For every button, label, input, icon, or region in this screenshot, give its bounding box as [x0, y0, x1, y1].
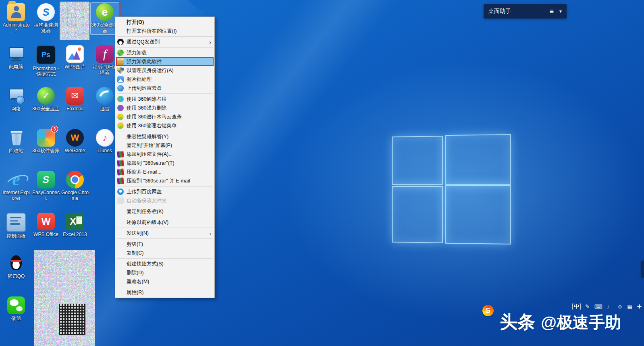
desktop-icon-easyconnect[interactable]: EasyConnect [31, 170, 60, 202]
icon-part [78, 48, 81, 51]
winrar-icon [117, 168, 124, 175]
desktop-icon-internet-explorer[interactable]: Internet Explorer [2, 170, 31, 202]
menu-item-restore-previous-versions[interactable]: 还原以前的版本(V) [116, 218, 214, 227]
menu-item-properties[interactable]: 属性(R) [116, 288, 214, 297]
desktop-icon-label: 控制面板 [2, 233, 31, 239]
menu-item-rename[interactable]: 重命名(M) [116, 277, 214, 286]
computer-icon [7, 45, 25, 63]
pinwheel-icon [117, 50, 124, 56]
desktop-icon-recycle-bin[interactable]: 回收站 [2, 128, 31, 155]
menu-item-label: 发送到(N) [127, 230, 149, 237]
sidebar-handle[interactable] [641, 261, 644, 278]
desktop-icon-360-software-manager[interactable]: 3 360软件管家 [31, 128, 60, 155]
keyboard-icon[interactable]: ⌨ [594, 303, 602, 310]
watermark-handle: @极速手助 [541, 311, 621, 334]
menu-item-360-force-delete[interactable]: 使用 360强力删除 [116, 104, 214, 112]
windows-logo-pane [392, 186, 443, 243]
menu-item-open-file-location[interactable]: 打开文件所在的位置(I) [116, 27, 214, 35]
xunlei-icon [96, 87, 114, 105]
desktop-icon-label: 搜狗高速浏览器 [31, 22, 60, 33]
desktop-icon-label: 腾讯QQ [2, 273, 31, 279]
desktop-icon-label: EasyConnect [31, 190, 60, 201]
plus-tools-icon[interactable]: ✚ [637, 303, 642, 310]
icon-part [11, 60, 21, 61]
windows-logo-pane [445, 134, 511, 185]
icon-placeholder [117, 208, 124, 215]
menu-separator [117, 36, 213, 37]
icon-part [71, 175, 79, 184]
desktop-icon-network[interactable]: 网络 [2, 86, 31, 113]
menu-item-upload-xunlei-cloud[interactable]: 上传到迅雷云盘 [116, 84, 214, 93]
user-folder-icon [7, 3, 25, 21]
menu-item-pin-to-start[interactable]: 固定到"开始"屏幕(P) [116, 141, 214, 150]
desktop-icon-wechat[interactable]: 微信 [2, 296, 31, 322]
menu-item-360-context-menu-manager[interactable]: 使用 360管理右键菜单 [116, 121, 214, 130]
emoji-icon[interactable]: ☺ [617, 303, 623, 310]
menu-item-360-unlock[interactable]: 使用 360解除占用 [116, 95, 214, 104]
desktop-icon-this-pc[interactable]: 此电脑 [2, 44, 31, 71]
desktop-icon-sogou-browser[interactable]: 搜狗高速浏览器 [31, 2, 60, 35]
menu-item-label: 以管理员身份运行(A) [127, 67, 174, 74]
skin-grid-icon[interactable]: ▦ [627, 303, 632, 310]
icon-placeholder [117, 219, 124, 226]
desktop-icon-label: 回收站 [2, 148, 31, 153]
sogou-logo-icon[interactable]: S [482, 305, 494, 316]
menu-item-send-via-qq[interactable]: 通过QQ发送到› [116, 37, 214, 46]
menu-item-copy[interactable]: 复制(C) [116, 249, 214, 257]
icon-part [10, 131, 23, 134]
desktop-icon-label: Photoshop - 快捷方式 [31, 66, 60, 77]
menu-item-compatibility-troubleshooter[interactable]: 兼容性疑难解答(Y) [116, 132, 214, 141]
pen-icon[interactable]: ✎ [585, 303, 590, 310]
menu-item-force-uninstall-this-software[interactable]: 强力卸载此软件 [116, 57, 214, 66]
menu-separator [117, 47, 213, 48]
menu-item-force-uninstall[interactable]: 强力卸载 [116, 48, 214, 57]
ime-toolbar: 中 ✎ ⌨ ♩ ☺ ▦ ✚ [572, 303, 642, 310]
desktop-icon-foxmail[interactable]: Foxmail [60, 86, 89, 113]
menu-item-label: 打开文件所在的位置(I) [127, 28, 177, 35]
menu-item-cut[interactable]: 剪切(T) [116, 240, 214, 249]
desktop-icon-tencent-qq[interactable]: 腾讯QQ [2, 254, 31, 280]
desktop-icon-360-safeguard[interactable]: 360安全卫士 [31, 86, 60, 113]
menu-item-compress-and-email[interactable]: 压缩并 E-mail... [116, 168, 214, 176]
menu-item-label: 强力卸载此软件 [127, 58, 162, 65]
desktop-icon-administrator[interactable]: Administrator [2, 2, 31, 35]
desktop-icon-google-chrome[interactable]: Google Chrome [60, 170, 89, 202]
ime-mode-badge[interactable]: 中 [572, 303, 581, 310]
desktop-icon-control-panel[interactable]: 控制面板 [2, 212, 31, 240]
menu-item-label: 图片批处理 [127, 76, 152, 83]
desktop-icon-label: 网络 [2, 106, 31, 112]
icon-part [8, 1, 16, 4]
icon-placeholder [117, 289, 124, 296]
menu-item-run-as-admin[interactable]: 以管理员身份运行(A) [116, 66, 214, 75]
menu-item-label: 通过QQ发送到 [127, 39, 160, 46]
desktop-icon-excel-2013[interactable]: Excel 2013 [60, 212, 89, 238]
menu-item-image-batch[interactable]: 图片批处理 [116, 75, 214, 84]
noise-texture [60, 2, 89, 40]
network-icon [7, 87, 25, 105]
chevron-down-icon[interactable]: ▾ [559, 8, 562, 14]
menu-item-label: 属性(R) [127, 289, 143, 296]
menu-item-auto-backup-folder: 自动备份该文件夹 [116, 196, 214, 205]
menu-item-compress-to-360se-rar-and-email[interactable]: 压缩到 "360se.rar" 并 E-mail [116, 176, 214, 185]
desktop-icon-wps-pic[interactable]: WPS图片 [60, 44, 89, 71]
menu-item-delete[interactable]: 删除(D) [116, 268, 214, 277]
desktop-icon-photoshop[interactable]: Photoshop - 快捷方式 [31, 44, 60, 78]
icon-placeholder [117, 250, 124, 256]
hamburger-menu-icon[interactable]: ≡ [549, 7, 554, 16]
menu-item-label: 删除(D) [127, 269, 143, 276]
desktop-icon-wegame[interactable]: WeGame [60, 128, 89, 155]
menu-item-label: 添加到 "360se.rar"(T) [127, 160, 175, 167]
desktop-icon-wps-office[interactable]: WPS Office [31, 212, 60, 238]
desktop-assistant-bar[interactable]: 桌面助手 ≡ ▾ [484, 4, 567, 19]
menu-item-create-shortcut[interactable]: 创建快捷方式(S) [116, 259, 214, 268]
menu-item-pin-to-taskbar[interactable]: 固定到任务栏(K) [116, 207, 214, 216]
menu-item-add-to-archive[interactable]: 添加到压缩文件(A)... [116, 150, 214, 159]
menu-item-add-to-360se-rar[interactable]: 添加到 "360se.rar"(T) [116, 159, 214, 168]
mic-icon[interactable]: ♩ [607, 303, 613, 310]
menu-item-upload-baidu-netdisk[interactable]: 上传到百度网盘 [116, 187, 214, 196]
menu-item-send-to[interactable]: 发送到(N)› [116, 229, 214, 238]
menu-item-360-trojan-scan[interactable]: 使用 360进行木马云查杀 [116, 112, 214, 121]
menu-item-open[interactable]: 打开(O) [116, 18, 214, 27]
menu-item-label: 自动备份该文件夹 [127, 197, 167, 204]
icon-part [13, 58, 19, 59]
